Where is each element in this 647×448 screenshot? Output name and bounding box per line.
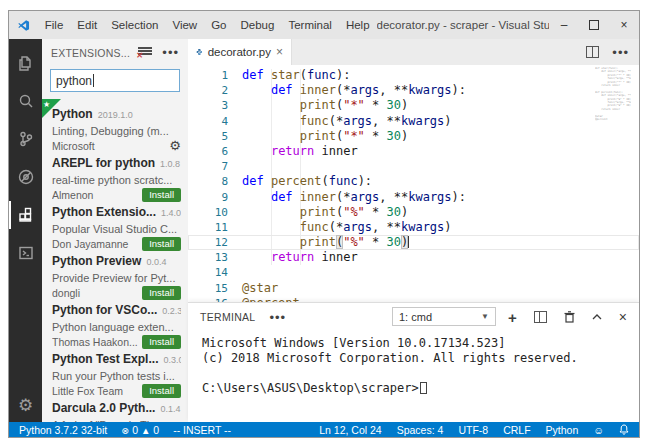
sidebar-more-actions-icon[interactable]: ••• xyxy=(162,46,179,59)
cursor-position-status[interactable]: Ln 12, Col 24 xyxy=(319,424,381,436)
menu-item[interactable]: Help xyxy=(339,19,377,31)
line-number: 3 xyxy=(188,98,242,113)
line-content: def percent(func): xyxy=(242,174,372,189)
kill-terminal-icon[interactable] xyxy=(564,311,575,323)
code-line[interactable]: 6 return inner xyxy=(188,144,639,159)
minimize-button[interactable]: – xyxy=(549,11,579,39)
line-content: def inner(*args, **kwargs): xyxy=(242,190,466,205)
tab-close-icon[interactable]: × xyxy=(276,46,283,58)
editor-group: decorator.py × ••• 1def star(func):2 def… xyxy=(188,39,639,422)
code-line[interactable]: 8def percent(func): xyxy=(188,174,639,189)
extension-version: 0.0.4 xyxy=(146,257,166,267)
menu-item[interactable]: Terminal xyxy=(281,19,338,31)
new-terminal-icon[interactable]: + xyxy=(508,310,517,325)
split-editor-icon[interactable] xyxy=(586,46,599,58)
maximize-icon xyxy=(589,20,599,30)
editor-more-actions-icon[interactable]: ••• xyxy=(612,46,629,59)
close-panel-icon[interactable]: × xyxy=(619,310,627,324)
source-control-icon[interactable] xyxy=(9,120,42,158)
activity-bar: ⚙ xyxy=(9,39,42,422)
menu-item[interactable]: Go xyxy=(204,19,233,31)
extensions-sidebar: EXTENSIONS... ✕ ••• python ★Python2019.1… xyxy=(42,39,188,422)
line-content: print("*" * 30) xyxy=(242,129,408,144)
code-line[interactable]: 7 xyxy=(188,159,639,174)
extensions-icon[interactable] xyxy=(9,196,42,234)
explorer-icon[interactable] xyxy=(9,44,42,82)
python-interpreter-status[interactable]: Python 3.7.2 32-bit xyxy=(19,424,107,436)
extension-description: A fork of "Darcula The... xyxy=(52,419,181,423)
line-number: 13 xyxy=(188,250,242,265)
code-line[interactable]: 9 def inner(*args, **kwargs): xyxy=(188,190,639,205)
code-line[interactable]: 4 func(*args, **kwargs) xyxy=(188,114,639,129)
terminal-select[interactable]: 1: cmd ▼ xyxy=(392,307,496,326)
code-line[interactable]: 15@star xyxy=(188,281,639,296)
extension-list-item[interactable]: Python Preview0.0.4Provide Preview for P… xyxy=(42,246,188,295)
extension-list-item[interactable]: Python for VSCo...0.2.3Python language e… xyxy=(42,295,188,344)
search-icon[interactable] xyxy=(9,82,42,120)
code-line[interactable]: 1def star(func): xyxy=(188,68,639,83)
code-editor[interactable]: 1def star(func):2 def inner(*args, **kwa… xyxy=(188,65,639,302)
warning-icon: ▲ xyxy=(141,425,150,436)
minimap[interactable]: def star(func): def inner(*args, **kwarg… xyxy=(595,67,631,125)
problems-status[interactable]: ⊗0 ▲0 xyxy=(121,424,159,436)
terminal-more-actions-icon[interactable]: ••• xyxy=(270,311,287,324)
extension-list-item[interactable]: ★Python2019.1.0Linting, Debugging (m...M… xyxy=(42,99,188,148)
code-line[interactable]: 12 print("%" * 30) xyxy=(188,235,639,250)
menu-item[interactable]: File xyxy=(38,19,71,31)
recommended-ribbon-icon: ★ xyxy=(42,99,61,118)
split-terminal-icon[interactable] xyxy=(534,311,547,323)
extension-version: 1.0.8 xyxy=(160,159,180,169)
error-icon: ⊗ xyxy=(121,425,129,436)
extension-description: Provide Preview for Pyt... xyxy=(52,272,181,284)
eol-status[interactable]: CRLF xyxy=(503,424,530,436)
code-line[interactable]: 11 func(*args, **kwargs) xyxy=(188,220,639,235)
code-line[interactable]: 10 print("%" * 30) xyxy=(188,205,639,220)
terminal-tab[interactable]: TERMINAL xyxy=(200,311,256,323)
code-line[interactable]: 3 print("*" * 30) xyxy=(188,98,639,113)
extension-description: Python language exten... xyxy=(52,321,181,333)
line-number: 6 xyxy=(188,144,242,159)
line-content: print("%" * 30) xyxy=(242,235,409,250)
tab-decorator-py[interactable]: decorator.py × xyxy=(188,39,292,65)
menu-item[interactable]: View xyxy=(165,19,204,31)
menu-item[interactable]: Selection xyxy=(104,19,165,31)
line-content: return inner xyxy=(242,144,358,159)
maximize-panel-icon[interactable] xyxy=(592,314,602,320)
clear-extensions-search-icon[interactable]: ✕ xyxy=(138,47,152,58)
extension-version: 0.1.4 xyxy=(160,404,180,414)
line-content: func(*args, **kwargs) xyxy=(242,114,452,129)
menu-item[interactable]: Edit xyxy=(70,19,104,31)
extension-name: Python for VSCo... xyxy=(52,303,157,317)
tab-label: decorator.py xyxy=(208,46,271,58)
debug-icon[interactable] xyxy=(9,158,42,196)
encoding-status[interactable]: UTF-8 xyxy=(458,424,488,436)
settings-gear-icon[interactable]: ⚙ xyxy=(18,397,33,414)
code-line[interactable]: 14 xyxy=(188,265,639,280)
line-number: 1 xyxy=(188,68,242,83)
extension-version: 1.4.0 xyxy=(161,208,181,218)
feedback-smiley-icon[interactable]: ☺ xyxy=(593,424,604,436)
extension-name: Python Extensio... xyxy=(52,205,156,219)
notifications-bell-icon[interactable] xyxy=(619,424,629,435)
extensions-search-input[interactable]: python xyxy=(50,69,180,92)
terminal-output[interactable]: Microsoft Windows [Version 10.0.17134.52… xyxy=(188,331,639,422)
line-number: 2 xyxy=(188,83,242,98)
extension-list-item[interactable]: AREPL for python1.0.8real-time python sc… xyxy=(42,148,188,197)
language-mode-status[interactable]: Python xyxy=(546,424,579,436)
extension-description: Linting, Debugging (m... xyxy=(52,125,181,137)
close-button[interactable]: × xyxy=(609,11,639,39)
extension-description: Popular Visual Studio C... xyxy=(52,223,181,235)
indentation-status[interactable]: Spaces: 4 xyxy=(397,424,444,436)
code-line[interactable]: 5 print("*" * 30) xyxy=(188,129,639,144)
terminal-panel-icon[interactable] xyxy=(9,234,42,272)
line-number: 5 xyxy=(188,129,242,144)
extension-list-item[interactable]: Python Extensio...1.4.0Popular Visual St… xyxy=(42,197,188,246)
code-line[interactable]: 13 return inner xyxy=(188,250,639,265)
line-content: print("%" * 30) xyxy=(242,205,408,220)
menu-item[interactable]: Debug xyxy=(234,19,282,31)
extension-list-item[interactable]: Python Test Expl...0.3.0Run your Python … xyxy=(42,344,188,393)
code-line[interactable]: 2 def inner(*args, **kwargs): xyxy=(188,83,639,98)
editor-cursor xyxy=(408,236,409,248)
maximize-button[interactable] xyxy=(579,20,609,30)
extension-list-item[interactable]: Darcula 2.0 Pyth...0.1.4A fork of "Darcu… xyxy=(42,393,188,422)
